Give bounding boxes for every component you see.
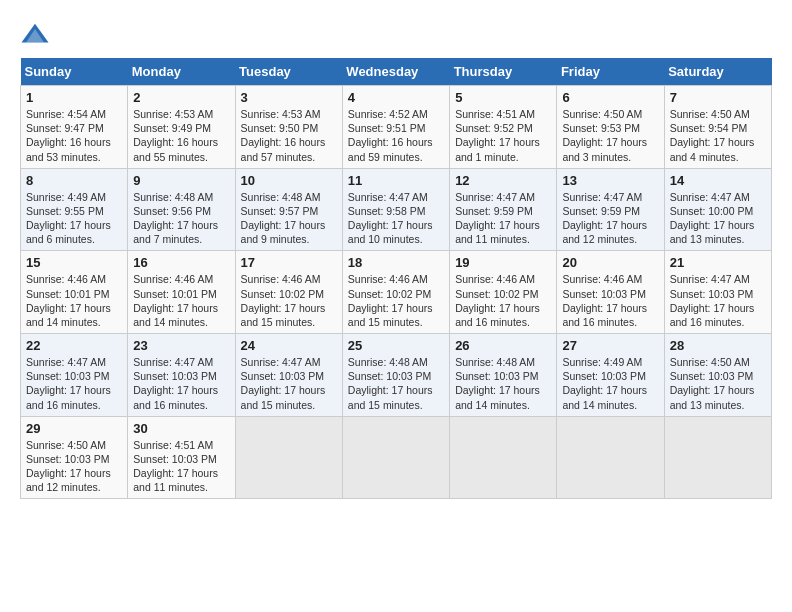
- calendar-cell-6: 6Sunrise: 4:50 AMSunset: 9:53 PMDaylight…: [557, 86, 664, 169]
- day-number: 20: [562, 255, 658, 270]
- day-number: 16: [133, 255, 229, 270]
- calendar-cell-26: 26Sunrise: 4:48 AMSunset: 10:03 PMDaylig…: [450, 334, 557, 417]
- day-number: 3: [241, 90, 337, 105]
- day-number: 22: [26, 338, 122, 353]
- calendar-week-1: 1Sunrise: 4:54 AMSunset: 9:47 PMDaylight…: [21, 86, 772, 169]
- day-number: 5: [455, 90, 551, 105]
- calendar-week-4: 22Sunrise: 4:47 AMSunset: 10:03 PMDaylig…: [21, 334, 772, 417]
- day-info: Sunrise: 4:53 AMSunset: 9:50 PMDaylight:…: [241, 108, 326, 163]
- day-number: 8: [26, 173, 122, 188]
- day-number: 29: [26, 421, 122, 436]
- calendar-cell-24: 24Sunrise: 4:47 AMSunset: 10:03 PMDaylig…: [235, 334, 342, 417]
- calendar-header-saturday: Saturday: [664, 58, 771, 86]
- calendar-cell-29: 29Sunrise: 4:50 AMSunset: 10:03 PMDaylig…: [21, 416, 128, 499]
- calendar-cell-27: 27Sunrise: 4:49 AMSunset: 10:03 PMDaylig…: [557, 334, 664, 417]
- day-info: Sunrise: 4:49 AMSunset: 10:03 PMDaylight…: [562, 356, 647, 411]
- day-info: Sunrise: 4:47 AMSunset: 9:59 PMDaylight:…: [562, 191, 647, 246]
- day-info: Sunrise: 4:48 AMSunset: 10:03 PMDaylight…: [348, 356, 433, 411]
- day-info: Sunrise: 4:47 AMSunset: 10:00 PMDaylight…: [670, 191, 755, 246]
- day-info: Sunrise: 4:47 AMSunset: 10:03 PMDaylight…: [241, 356, 326, 411]
- day-info: Sunrise: 4:46 AMSunset: 10:02 PMDaylight…: [348, 273, 433, 328]
- day-info: Sunrise: 4:50 AMSunset: 9:54 PMDaylight:…: [670, 108, 755, 163]
- calendar-cell-12: 12Sunrise: 4:47 AMSunset: 9:59 PMDayligh…: [450, 168, 557, 251]
- logo-icon: [20, 20, 50, 50]
- day-number: 13: [562, 173, 658, 188]
- calendar-cell-23: 23Sunrise: 4:47 AMSunset: 10:03 PMDaylig…: [128, 334, 235, 417]
- calendar-cell-empty: [664, 416, 771, 499]
- day-info: Sunrise: 4:46 AMSunset: 10:02 PMDaylight…: [241, 273, 326, 328]
- calendar-cell-4: 4Sunrise: 4:52 AMSunset: 9:51 PMDaylight…: [342, 86, 449, 169]
- day-info: Sunrise: 4:52 AMSunset: 9:51 PMDaylight:…: [348, 108, 433, 163]
- day-number: 25: [348, 338, 444, 353]
- calendar-cell-13: 13Sunrise: 4:47 AMSunset: 9:59 PMDayligh…: [557, 168, 664, 251]
- day-number: 30: [133, 421, 229, 436]
- calendar-cell-20: 20Sunrise: 4:46 AMSunset: 10:03 PMDaylig…: [557, 251, 664, 334]
- day-info: Sunrise: 4:51 AMSunset: 9:52 PMDaylight:…: [455, 108, 540, 163]
- day-number: 11: [348, 173, 444, 188]
- day-number: 21: [670, 255, 766, 270]
- calendar-header-sunday: Sunday: [21, 58, 128, 86]
- calendar-header-friday: Friday: [557, 58, 664, 86]
- day-info: Sunrise: 4:47 AMSunset: 9:58 PMDaylight:…: [348, 191, 433, 246]
- day-number: 6: [562, 90, 658, 105]
- day-info: Sunrise: 4:49 AMSunset: 9:55 PMDaylight:…: [26, 191, 111, 246]
- calendar-cell-17: 17Sunrise: 4:46 AMSunset: 10:02 PMDaylig…: [235, 251, 342, 334]
- calendar-header-monday: Monday: [128, 58, 235, 86]
- day-number: 28: [670, 338, 766, 353]
- calendar-cell-14: 14Sunrise: 4:47 AMSunset: 10:00 PMDaylig…: [664, 168, 771, 251]
- day-number: 2: [133, 90, 229, 105]
- calendar: SundayMondayTuesdayWednesdayThursdayFrid…: [20, 58, 772, 499]
- calendar-cell-11: 11Sunrise: 4:47 AMSunset: 9:58 PMDayligh…: [342, 168, 449, 251]
- day-number: 1: [26, 90, 122, 105]
- day-info: Sunrise: 4:47 AMSunset: 10:03 PMDaylight…: [670, 273, 755, 328]
- day-info: Sunrise: 4:46 AMSunset: 10:02 PMDaylight…: [455, 273, 540, 328]
- day-number: 18: [348, 255, 444, 270]
- logo: [20, 20, 54, 50]
- calendar-cell-30: 30Sunrise: 4:51 AMSunset: 10:03 PMDaylig…: [128, 416, 235, 499]
- day-number: 9: [133, 173, 229, 188]
- day-info: Sunrise: 4:47 AMSunset: 10:03 PMDaylight…: [26, 356, 111, 411]
- day-info: Sunrise: 4:46 AMSunset: 10:01 PMDaylight…: [133, 273, 218, 328]
- day-info: Sunrise: 4:53 AMSunset: 9:49 PMDaylight:…: [133, 108, 218, 163]
- day-info: Sunrise: 4:48 AMSunset: 10:03 PMDaylight…: [455, 356, 540, 411]
- calendar-header-wednesday: Wednesday: [342, 58, 449, 86]
- day-info: Sunrise: 4:51 AMSunset: 10:03 PMDaylight…: [133, 439, 218, 494]
- day-info: Sunrise: 4:48 AMSunset: 9:56 PMDaylight:…: [133, 191, 218, 246]
- day-number: 27: [562, 338, 658, 353]
- calendar-cell-empty: [450, 416, 557, 499]
- calendar-week-5: 29Sunrise: 4:50 AMSunset: 10:03 PMDaylig…: [21, 416, 772, 499]
- day-info: Sunrise: 4:47 AMSunset: 10:03 PMDaylight…: [133, 356, 218, 411]
- calendar-header-row: SundayMondayTuesdayWednesdayThursdayFrid…: [21, 58, 772, 86]
- calendar-cell-empty: [342, 416, 449, 499]
- calendar-cell-18: 18Sunrise: 4:46 AMSunset: 10:02 PMDaylig…: [342, 251, 449, 334]
- calendar-cell-3: 3Sunrise: 4:53 AMSunset: 9:50 PMDaylight…: [235, 86, 342, 169]
- day-info: Sunrise: 4:47 AMSunset: 9:59 PMDaylight:…: [455, 191, 540, 246]
- header: [20, 20, 772, 50]
- calendar-cell-25: 25Sunrise: 4:48 AMSunset: 10:03 PMDaylig…: [342, 334, 449, 417]
- day-number: 14: [670, 173, 766, 188]
- calendar-week-3: 15Sunrise: 4:46 AMSunset: 10:01 PMDaylig…: [21, 251, 772, 334]
- calendar-cell-7: 7Sunrise: 4:50 AMSunset: 9:54 PMDaylight…: [664, 86, 771, 169]
- calendar-cell-empty: [235, 416, 342, 499]
- calendar-header-tuesday: Tuesday: [235, 58, 342, 86]
- calendar-cell-19: 19Sunrise: 4:46 AMSunset: 10:02 PMDaylig…: [450, 251, 557, 334]
- calendar-cell-22: 22Sunrise: 4:47 AMSunset: 10:03 PMDaylig…: [21, 334, 128, 417]
- calendar-cell-28: 28Sunrise: 4:50 AMSunset: 10:03 PMDaylig…: [664, 334, 771, 417]
- calendar-cell-15: 15Sunrise: 4:46 AMSunset: 10:01 PMDaylig…: [21, 251, 128, 334]
- calendar-cell-9: 9Sunrise: 4:48 AMSunset: 9:56 PMDaylight…: [128, 168, 235, 251]
- calendar-cell-16: 16Sunrise: 4:46 AMSunset: 10:01 PMDaylig…: [128, 251, 235, 334]
- day-number: 4: [348, 90, 444, 105]
- calendar-cell-21: 21Sunrise: 4:47 AMSunset: 10:03 PMDaylig…: [664, 251, 771, 334]
- day-info: Sunrise: 4:50 AMSunset: 10:03 PMDaylight…: [26, 439, 111, 494]
- day-info: Sunrise: 4:46 AMSunset: 10:03 PMDaylight…: [562, 273, 647, 328]
- calendar-cell-2: 2Sunrise: 4:53 AMSunset: 9:49 PMDaylight…: [128, 86, 235, 169]
- day-number: 19: [455, 255, 551, 270]
- calendar-cell-8: 8Sunrise: 4:49 AMSunset: 9:55 PMDaylight…: [21, 168, 128, 251]
- day-number: 12: [455, 173, 551, 188]
- day-info: Sunrise: 4:46 AMSunset: 10:01 PMDaylight…: [26, 273, 111, 328]
- calendar-cell-5: 5Sunrise: 4:51 AMSunset: 9:52 PMDaylight…: [450, 86, 557, 169]
- calendar-cell-1: 1Sunrise: 4:54 AMSunset: 9:47 PMDaylight…: [21, 86, 128, 169]
- day-number: 7: [670, 90, 766, 105]
- day-info: Sunrise: 4:54 AMSunset: 9:47 PMDaylight:…: [26, 108, 111, 163]
- day-info: Sunrise: 4:50 AMSunset: 9:53 PMDaylight:…: [562, 108, 647, 163]
